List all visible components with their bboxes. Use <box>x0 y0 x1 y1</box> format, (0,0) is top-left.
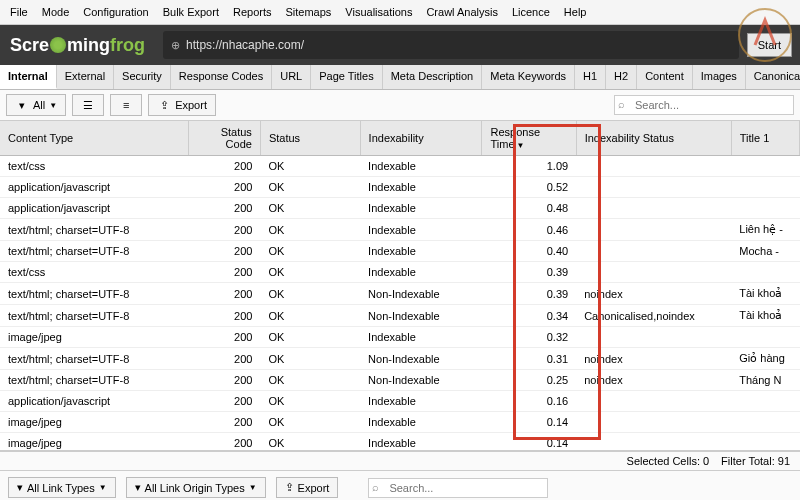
cell[interactable]: Indexable <box>360 262 482 283</box>
menu-licence[interactable]: Licence <box>512 6 550 18</box>
cell[interactable]: Canonicalised,noindex <box>576 305 731 327</box>
cell[interactable]: Giỏ hàng <box>731 348 799 370</box>
cell[interactable] <box>731 198 799 219</box>
col-header-status-code[interactable]: Status Code <box>188 121 260 156</box>
cell[interactable]: OK <box>260 198 360 219</box>
cell[interactable]: 200 <box>188 283 260 305</box>
cell[interactable]: Indexable <box>360 433 482 452</box>
table-row[interactable]: image/jpeg200OKIndexable0.14 <box>0 412 800 433</box>
tree-view-button[interactable]: ☰ <box>72 94 104 116</box>
cell[interactable]: OK <box>260 412 360 433</box>
cell[interactable]: text/html; charset=UTF-8 <box>0 305 188 327</box>
cell[interactable]: 0.39 <box>482 262 576 283</box>
col-header-status[interactable]: Status <box>260 121 360 156</box>
tab-internal[interactable]: Internal <box>0 65 57 89</box>
table-row[interactable]: text/html; charset=UTF-8200OKNon-Indexab… <box>0 283 800 305</box>
cell[interactable]: text/html; charset=UTF-8 <box>0 283 188 305</box>
cell[interactable]: Indexable <box>360 241 482 262</box>
cell[interactable] <box>576 198 731 219</box>
menu-visualisations[interactable]: Visualisations <box>345 6 412 18</box>
table-row[interactable]: application/javascript200OKIndexable0.48 <box>0 198 800 219</box>
cell[interactable]: Tài khoả <box>731 305 799 327</box>
cell[interactable]: 1.09 <box>482 156 576 177</box>
table-row[interactable]: text/html; charset=UTF-8200OKNon-Indexab… <box>0 370 800 391</box>
cell[interactable]: text/html; charset=UTF-8 <box>0 370 188 391</box>
cell[interactable]: Liên hệ - <box>731 219 799 241</box>
cell[interactable]: image/jpeg <box>0 327 188 348</box>
cell[interactable]: 200 <box>188 177 260 198</box>
cell[interactable]: 200 <box>188 327 260 348</box>
cell[interactable]: OK <box>260 433 360 452</box>
cell[interactable] <box>576 241 731 262</box>
cell[interactable]: Indexable <box>360 198 482 219</box>
cell[interactable]: Indexable <box>360 327 482 348</box>
menu-file[interactable]: File <box>10 6 28 18</box>
cell[interactable]: 0.16 <box>482 391 576 412</box>
cell[interactable] <box>576 219 731 241</box>
cell[interactable]: OK <box>260 348 360 370</box>
cell[interactable] <box>576 412 731 433</box>
search-input[interactable] <box>614 95 794 115</box>
cell[interactable]: Non-Indexable <box>360 283 482 305</box>
cell[interactable] <box>731 262 799 283</box>
cell[interactable]: image/jpeg <box>0 412 188 433</box>
cell[interactable] <box>731 327 799 348</box>
cell[interactable]: text/html; charset=UTF-8 <box>0 219 188 241</box>
cell[interactable]: 200 <box>188 391 260 412</box>
col-header-title-1[interactable]: Title 1 <box>731 121 799 156</box>
cell[interactable]: Tháng N <box>731 370 799 391</box>
tab-images[interactable]: Images <box>693 65 746 89</box>
tab-url[interactable]: URL <box>272 65 311 89</box>
cell[interactable]: text/css <box>0 262 188 283</box>
cell[interactable] <box>731 433 799 452</box>
cell[interactable]: 200 <box>188 348 260 370</box>
url-input[interactable] <box>186 38 731 52</box>
cell[interactable] <box>576 177 731 198</box>
cell[interactable]: noindex <box>576 348 731 370</box>
tab-content[interactable]: Content <box>637 65 693 89</box>
tab-security[interactable]: Security <box>114 65 171 89</box>
cell[interactable]: OK <box>260 283 360 305</box>
link-origin-filter[interactable]: ▾ All Link Origin Types ▼ <box>126 477 266 498</box>
link-types-filter[interactable]: ▾ All Link Types ▼ <box>8 477 116 498</box>
url-bar[interactable]: ⊕ <box>163 31 739 59</box>
cell[interactable]: 200 <box>188 433 260 452</box>
cell[interactable]: Indexable <box>360 156 482 177</box>
cell[interactable] <box>731 156 799 177</box>
cell[interactable]: OK <box>260 177 360 198</box>
menu-reports[interactable]: Reports <box>233 6 272 18</box>
cell[interactable]: image/jpeg <box>0 433 188 452</box>
cell[interactable]: application/javascript <box>0 177 188 198</box>
cell[interactable]: 0.39 <box>482 283 576 305</box>
tab-page-titles[interactable]: Page Titles <box>311 65 382 89</box>
cell[interactable]: 200 <box>188 370 260 391</box>
table-row[interactable]: text/html; charset=UTF-8200OKIndexable0.… <box>0 219 800 241</box>
cell[interactable]: OK <box>260 305 360 327</box>
col-header-indexability[interactable]: Indexability <box>360 121 482 156</box>
table-row[interactable]: text/css200OKIndexable0.39 <box>0 262 800 283</box>
cell[interactable] <box>731 177 799 198</box>
col-header-response-time[interactable]: Response Time <box>482 121 576 156</box>
table-row[interactable]: text/css200OKIndexable1.09 <box>0 156 800 177</box>
cell[interactable]: Indexable <box>360 177 482 198</box>
bottom-export-button[interactable]: ⇪ Export <box>276 477 339 498</box>
cell[interactable]: 0.32 <box>482 327 576 348</box>
table-row[interactable]: text/html; charset=UTF-8200OKIndexable0.… <box>0 241 800 262</box>
cell[interactable] <box>576 433 731 452</box>
tab-meta-keywords[interactable]: Meta Keywords <box>482 65 575 89</box>
cell[interactable]: OK <box>260 391 360 412</box>
menu-configuration[interactable]: Configuration <box>83 6 148 18</box>
cell[interactable]: noindex <box>576 370 731 391</box>
tab-h1[interactable]: H1 <box>575 65 606 89</box>
cell[interactable] <box>731 391 799 412</box>
cell[interactable]: Mocha - <box>731 241 799 262</box>
tab-canonicals[interactable]: Canonicals <box>746 65 800 89</box>
export-button[interactable]: ⇪ Export <box>148 94 216 116</box>
menu-sitemaps[interactable]: Sitemaps <box>285 6 331 18</box>
tab-meta-description[interactable]: Meta Description <box>383 65 483 89</box>
table-row[interactable]: text/html; charset=UTF-8200OKNon-Indexab… <box>0 305 800 327</box>
cell[interactable]: Non-Indexable <box>360 305 482 327</box>
cell[interactable]: 0.25 <box>482 370 576 391</box>
cell[interactable]: OK <box>260 156 360 177</box>
list-view-button[interactable]: ≡ <box>110 94 142 116</box>
